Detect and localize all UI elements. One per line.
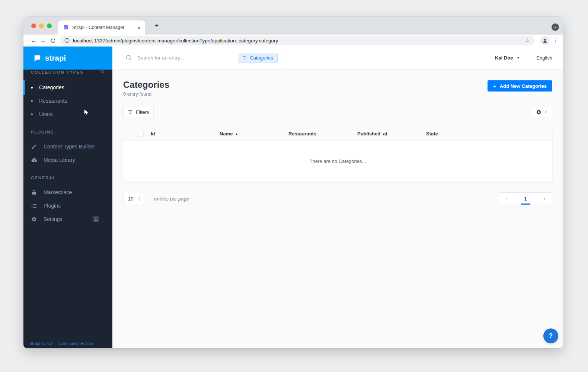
sort-asc-icon: ▲ — [235, 132, 238, 135]
section-label-collection-types: COLLECTION TYPES — [23, 70, 112, 74]
search-zone: Categories — [112, 46, 285, 69]
bullet-icon — [31, 100, 33, 102]
strapi-logo[interactable]: strapi — [23, 46, 112, 70]
filter-icon — [242, 56, 246, 60]
view-settings-dropdown-button[interactable]: ▼ — [531, 107, 552, 117]
browser-profile-avatar[interactable] — [540, 36, 549, 45]
paintbrush-icon — [31, 144, 37, 150]
main-column: Categories Kai Doe ▼ English Categories — [112, 46, 563, 348]
empty-state-message: There are no Categories... — [123, 141, 552, 182]
entries-per-page-label: entries per page — [154, 196, 189, 202]
section-label-plugins: PLUGINS — [23, 130, 112, 134]
browser-toolbar: ← → localhost:1337/admin/plugins/content… — [23, 35, 563, 46]
search-input[interactable] — [137, 55, 233, 61]
column-header-restaurants[interactable]: Restaurants — [288, 131, 357, 137]
entries-table: Id Name ▲ Restaurants Published_at — [123, 127, 552, 182]
tools-row: Filters ▼ — [123, 107, 552, 117]
content-area: Categories 0 entry found + Add New Categ… — [112, 70, 563, 348]
table-header-row: Id Name ▲ Restaurants Published_at — [123, 127, 552, 141]
traffic-lights — [31, 23, 52, 28]
tab-close-icon[interactable]: × — [137, 25, 141, 31]
previous-page-button[interactable]: ‹ — [499, 193, 514, 205]
language-button[interactable]: English — [536, 55, 552, 61]
sidebar-item-plugins[interactable]: Plugins — [23, 199, 112, 212]
bullet-icon — [31, 113, 33, 115]
strapi-logomark-icon — [33, 54, 42, 62]
tab-search-icon[interactable]: ▼ — [552, 23, 559, 31]
column-header-id[interactable]: Id — [151, 131, 220, 137]
sidebar-item-users[interactable]: Users — [23, 108, 112, 121]
filter-icon — [128, 110, 132, 114]
sidebar-item-media-library[interactable]: Media Library — [23, 153, 112, 167]
pagination: ‹ 1 › — [499, 192, 552, 205]
basket-icon — [31, 190, 37, 195]
sidebar-search-icon[interactable] — [100, 70, 105, 74]
page-header: Categories 0 entry found + Add New Categ… — [123, 80, 552, 97]
bookmark-star-icon[interactable]: ☆ — [525, 37, 530, 44]
search-icon — [126, 55, 132, 61]
site-info-icon[interactable] — [64, 38, 70, 43]
forward-icon[interactable]: → — [38, 37, 48, 44]
column-header-name[interactable]: Name ▲ — [220, 131, 288, 137]
column-header-state[interactable]: State — [426, 131, 495, 137]
tab-strip: Strapi - Content Manager × + ▼ — [23, 17, 563, 35]
help-button[interactable]: ? — [543, 328, 558, 343]
browser-menu-icon[interactable]: ⋮ — [552, 37, 558, 44]
page-title: Categories — [123, 80, 169, 90]
per-page-control: 10 ▲ ▼ entries per page — [123, 193, 189, 205]
gear-icon — [31, 217, 37, 222]
entries-per-page-select[interactable]: 10 ▲ ▼ — [123, 193, 144, 205]
topbar-right: Kai Doe ▼ English — [495, 46, 563, 69]
sidebar: strapi COLLECTION TYPES Categories Resta… — [23, 46, 112, 348]
settings-badge: 1 — [93, 216, 99, 222]
chevron-down-icon: ▼ — [517, 56, 520, 60]
sidebar-footer-version-link[interactable]: Strapi v3.4.2 — Community Edition — [29, 341, 93, 346]
filters-button[interactable]: Filters — [123, 107, 154, 117]
entry-count: 0 entry found — [123, 91, 169, 97]
reload-icon[interactable] — [48, 38, 58, 44]
new-tab-button[interactable]: + — [152, 22, 161, 30]
collection-filter-chip[interactable]: Categories — [238, 54, 278, 62]
url-text: localhost:1337/admin/plugins/content-man… — [73, 38, 522, 44]
user-menu[interactable]: Kai Doe ▼ — [495, 55, 520, 61]
section-label-general: GENERAL — [23, 176, 112, 180]
tab-title: Strapi - Content Manager — [72, 25, 134, 30]
maximize-window-button[interactable] — [47, 23, 52, 28]
list-footer: 10 ▲ ▼ entries per page ‹ 1 › — [123, 192, 552, 205]
sidebar-item-categories[interactable]: Categories — [23, 81, 112, 94]
strapi-favicon-icon — [63, 25, 69, 31]
stepper-icon: ▲ ▼ — [138, 196, 140, 201]
strapi-logo-text: strapi — [45, 54, 66, 62]
browser-window: Strapi - Content Manager × + ▼ ← → local… — [23, 17, 563, 348]
back-icon[interactable]: ← — [29, 37, 38, 44]
sidebar-item-settings[interactable]: Settings 1 — [23, 212, 112, 226]
sidebar-item-marketplace[interactable]: Marketplace — [23, 186, 112, 199]
add-new-categories-button[interactable]: + Add New Categories — [488, 80, 552, 92]
minimize-window-button[interactable] — [39, 23, 44, 28]
column-header-published-at[interactable]: Published_at — [357, 131, 426, 137]
close-window-button[interactable] — [31, 23, 36, 28]
header-checkbox-cell — [123, 131, 151, 137]
app-topbar: Categories Kai Doe ▼ English — [112, 46, 563, 70]
current-page-button[interactable]: 1 — [514, 193, 537, 205]
bullet-icon — [31, 87, 33, 89]
browser-tab[interactable]: Strapi - Content Manager × — [58, 20, 145, 35]
select-all-checkbox[interactable] — [138, 131, 144, 137]
sidebar-item-restaurants[interactable]: Restaurants — [23, 94, 112, 108]
list-icon — [31, 203, 37, 209]
divider — [528, 53, 528, 63]
gear-icon — [536, 109, 541, 115]
strapi-app: strapi COLLECTION TYPES Categories Resta… — [23, 46, 563, 348]
sidebar-item-content-types-builder[interactable]: Content-Types Builder — [23, 140, 112, 153]
next-page-button[interactable]: › — [537, 193, 552, 205]
cloud-upload-icon — [31, 157, 37, 163]
plus-icon: + — [493, 83, 496, 89]
per-page-value: 10 — [128, 196, 138, 202]
url-bar[interactable]: localhost:1337/admin/plugins/content-man… — [60, 36, 534, 45]
chevron-down-icon: ▼ — [545, 111, 547, 113]
